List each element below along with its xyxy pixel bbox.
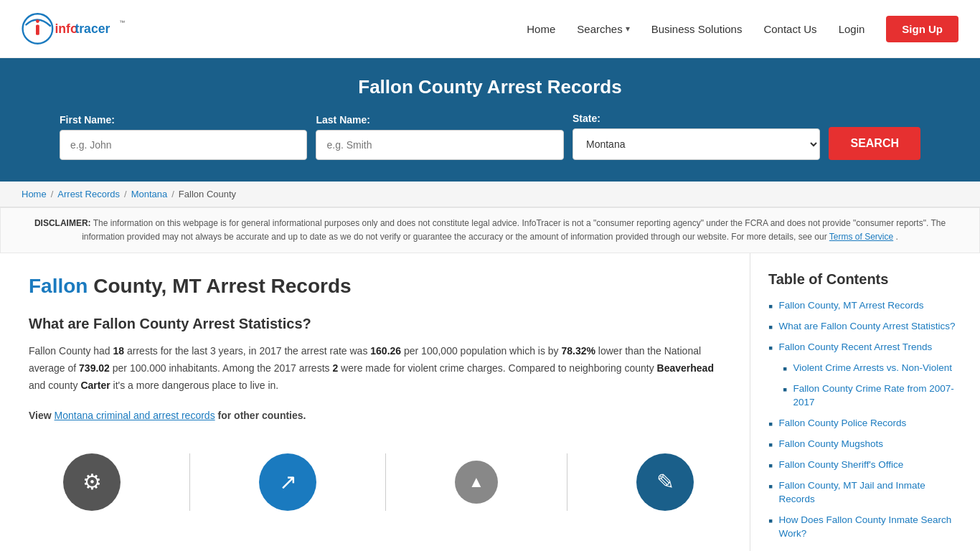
icon-arrow-up: ↗: [259, 453, 316, 511]
toc-bullet-icon: ▪: [768, 459, 773, 472]
toc-link[interactable]: Fallon County Recent Arrest Trends: [778, 341, 932, 354]
toc-item: ▪Violent Crime Arrests vs. Non-Violent: [783, 362, 962, 375]
nav-contact-us[interactable]: Contact Us: [763, 23, 816, 35]
state-label: State:: [573, 113, 820, 124]
nav-signup-button[interactable]: Sign Up: [886, 16, 958, 42]
body-intro: Fallon County had: [29, 345, 113, 357]
disclaimer-tos-link[interactable]: Terms of Service: [829, 232, 893, 242]
toc-bullet-icon: ▪: [783, 362, 787, 375]
breadcrumb: Home / Arrest Records / Montana / Fallon…: [22, 189, 958, 199]
logo-area: info tracer ™: [22, 7, 136, 50]
first-name-input[interactable]: [60, 130, 307, 160]
toc-bullet-icon: ▪: [768, 300, 773, 313]
toc-item: ▪Fallon County Mugshots: [768, 438, 962, 451]
toc-link[interactable]: Fallon County Crime Rate from 2007-2017: [793, 382, 962, 410]
view-link-post: for other counties.: [215, 410, 306, 421]
hero-search-band: Fallon County Arrest Records First Name:…: [0, 58, 980, 182]
toc-link[interactable]: Fallon County, MT Jail and Inmate Record…: [778, 479, 962, 507]
disclaimer-label: DISCLAIMER:: [34, 218, 91, 228]
state-group: State: Montana Alabama Alaska Arizona Ca…: [573, 113, 820, 160]
toc-bullet-icon: ▪: [768, 342, 773, 354]
main-nav: Home Searches ▾ Business Solutions Conta…: [527, 16, 958, 42]
body-rate: 160.26: [370, 345, 401, 357]
icon-divider-1: [189, 453, 190, 511]
nav-searches-group[interactable]: Searches ▾: [577, 23, 629, 35]
nav-searches-link[interactable]: Searches: [577, 23, 622, 35]
body-mid5: were made for violent crime charges. Com…: [338, 362, 656, 374]
last-name-input[interactable]: [316, 130, 563, 160]
breadcrumb-county: Fallon County: [179, 189, 236, 199]
toc-link[interactable]: Fallon County, MT Arrest Records: [778, 299, 923, 313]
toc-link[interactable]: How Does Fallon County Inmate Search Wor…: [778, 514, 962, 541]
body-county1: Beaverhead: [657, 362, 714, 374]
toc-link[interactable]: Violent Crime Arrests vs. Non-Violent: [793, 362, 952, 375]
toc-bullet-icon: ▪: [783, 383, 787, 396]
breadcrumb-sep-1: /: [51, 189, 54, 199]
scroll-to-top-button[interactable]: ▲: [455, 461, 498, 504]
body-mid4: per 100.000 inhabitants. Among the 2017 …: [110, 362, 333, 374]
search-form: First Name: Last Name: State: Montana Al…: [60, 113, 920, 160]
view-link[interactable]: Montana criminal and arrest records: [55, 410, 215, 421]
content-left: Fallon County, MT Arrest Records What ar…: [0, 253, 750, 551]
breadcrumb-bar: Home / Arrest Records / Montana / Fallon…: [0, 182, 980, 207]
breadcrumb-home[interactable]: Home: [22, 189, 47, 199]
last-name-label: Last Name:: [316, 114, 563, 126]
search-button[interactable]: SEARCH: [829, 127, 920, 160]
icon-divider-2: [385, 453, 386, 511]
breadcrumb-montana[interactable]: Montana: [131, 189, 168, 199]
breadcrumb-sep-3: /: [171, 189, 174, 199]
toc-link[interactable]: Fallon County Bail Bonds: [778, 548, 887, 551]
toc-item: ▪Fallon County Recent Arrest Trends: [768, 341, 962, 354]
article-title-rest: County, MT Arrest Records: [88, 275, 351, 297]
breadcrumb-sep-2: /: [124, 189, 127, 199]
toc-bullet-icon: ▪: [768, 321, 773, 334]
chevron-down-icon: ▾: [626, 24, 630, 34]
disclaimer-text: The information on this webpage is for g…: [82, 218, 946, 242]
toc-link[interactable]: What are Fallon County Arrest Statistics…: [778, 320, 955, 334]
toc-item: ▪Fallon County Sheriff's Office: [768, 458, 962, 472]
state-select[interactable]: Montana Alabama Alaska Arizona Californi…: [573, 128, 820, 160]
logo-icon: info tracer ™: [22, 7, 136, 50]
article-title: Fallon County, MT Arrest Records: [29, 275, 728, 298]
content-right: Table of Contents ▪Fallon County, MT Arr…: [750, 253, 980, 551]
body-mid1: arrests for the last 3 years, in 2017 th…: [124, 345, 370, 357]
svg-text:™: ™: [119, 19, 125, 26]
nav-business-solutions[interactable]: Business Solutions: [651, 23, 743, 35]
nav-home[interactable]: Home: [527, 23, 555, 35]
toc-item: ▪Fallon County Crime Rate from 2007-2017: [783, 382, 962, 410]
toc-bullet-icon: ▪: [768, 438, 773, 451]
first-name-group: First Name:: [60, 114, 307, 160]
icon-pencil: ✎: [636, 453, 694, 511]
body-arrests: 18: [113, 345, 125, 357]
disclaimer-bar: DISCLAIMER: The information on this webp…: [0, 207, 980, 253]
main-content: Fallon County, MT Arrest Records What ar…: [0, 253, 980, 551]
toc-item: ▪How Does Fallon County Inmate Search Wo…: [768, 514, 962, 541]
view-link-para: View Montana criminal and arrest records…: [29, 408, 728, 425]
article-title-highlight: Fallon: [29, 275, 88, 297]
article-body-1: Fallon County had 18 arrests for the las…: [29, 343, 728, 394]
toc-bullet-icon: ▪: [768, 514, 773, 527]
toc-link[interactable]: Fallon County Mugshots: [778, 438, 883, 451]
toc-item: ▪Fallon County, MT Arrest Records: [768, 299, 962, 313]
svg-text:tracer: tracer: [75, 22, 110, 36]
toc-link[interactable]: Fallon County Police Records: [778, 417, 906, 430]
body-county2: Carter: [80, 380, 110, 391]
svg-point-1: [36, 19, 39, 23]
section1-heading: What are Fallon County Arrest Statistics…: [29, 316, 728, 332]
nav-login[interactable]: Login: [839, 23, 865, 35]
hero-title: Fallon County Arrest Records: [22, 76, 958, 98]
body-mid6: and county: [29, 380, 80, 391]
toc-link[interactable]: Fallon County Sheriff's Office: [778, 458, 903, 472]
toc-item: ▪Fallon County Bail Bonds: [768, 548, 962, 551]
toc-item: ▪Fallon County, MT Jail and Inmate Recor…: [768, 479, 962, 507]
toc-item: ▪Fallon County Police Records: [768, 417, 962, 430]
svg-rect-2: [36, 24, 39, 34]
icon-divider-3: [567, 453, 567, 511]
breadcrumb-arrest-records[interactable]: Arrest Records: [57, 189, 120, 199]
disclaimer-end: .: [896, 232, 898, 242]
toc-bullet-icon: ▪: [768, 418, 773, 430]
view-link-pre: View: [29, 410, 55, 421]
body-mid2: per 100,000 population which is by: [401, 345, 561, 357]
toc-title: Table of Contents: [768, 271, 962, 288]
last-name-group: Last Name:: [316, 114, 563, 160]
